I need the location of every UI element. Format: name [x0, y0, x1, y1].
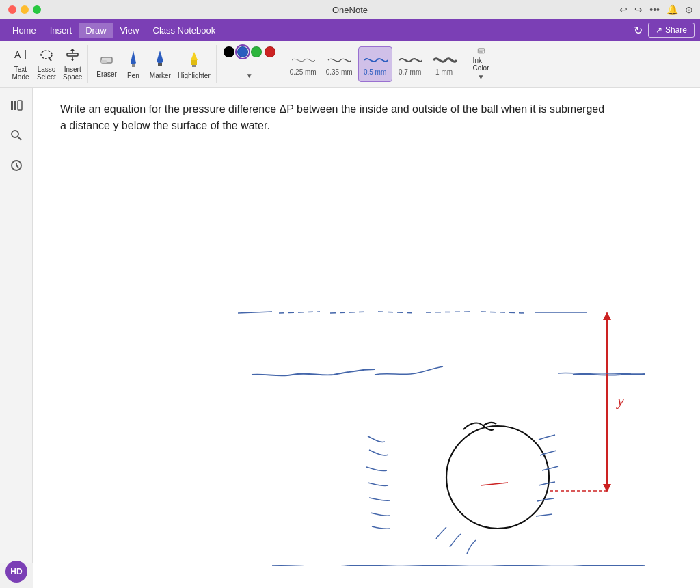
- menu-draw[interactable]: Draw: [79, 23, 113, 38]
- svg-point-34: [446, 426, 549, 529]
- marker-icon: [152, 49, 168, 70]
- svg-marker-15: [191, 52, 198, 60]
- titlebar: OneNote ↩ ↪ ••• 🔔 ⊙: [0, 0, 700, 19]
- svg-line-32: [481, 312, 525, 313]
- svg-text:y: y: [616, 392, 624, 409]
- svg-marker-7: [70, 49, 75, 51]
- menu-home[interactable]: Home: [5, 23, 43, 38]
- lasso-select-label: LassoSelect: [37, 66, 56, 81]
- bell-icon[interactable]: 🔔: [667, 4, 678, 15]
- share-label: Share: [665, 25, 687, 35]
- sidebar: [0, 88, 33, 563]
- share-button[interactable]: ↗ Share: [648, 23, 695, 38]
- colors-dropdown[interactable]: ▼: [246, 60, 253, 82]
- profile-icon[interactable]: ⊙: [685, 4, 693, 15]
- menubar: Home Insert Draw View Class Notebook ↻ ↗…: [0, 19, 700, 41]
- svg-point-24: [12, 131, 18, 137]
- pen-size-05[interactable]: 0.5 mm: [358, 46, 392, 82]
- maximize-button[interactable]: [33, 5, 41, 14]
- pen-size-1[interactable]: 1 mm: [428, 46, 461, 82]
- sync-icon[interactable]: ↻: [634, 24, 643, 37]
- sidebar-library-icon[interactable]: [4, 93, 29, 118]
- note-content: Write an equation for the pressure diffe…: [33, 88, 700, 588]
- color-green[interactable]: [251, 46, 262, 57]
- pen-size-07[interactable]: 0.7 mm: [394, 46, 427, 82]
- ink-color-group: Ink InkColor ▼: [466, 45, 496, 83]
- svg-line-25: [18, 137, 21, 140]
- sidebar-history-icon[interactable]: [4, 153, 29, 178]
- question-text: Write an equation for the pressure diffe…: [60, 101, 607, 134]
- pen-size-025-label: 0.25 mm: [290, 68, 317, 76]
- insert-space-button[interactable]: InsertSpace: [60, 46, 85, 82]
- titlebar-icons: ↩ ↪ ••• 🔔 ⊙: [619, 4, 693, 15]
- pen-size-05-label: 0.5 mm: [364, 68, 386, 76]
- highlighter-icon: [186, 49, 202, 70]
- colors-dropdown-arrow[interactable]: ▼: [246, 72, 253, 79]
- highlighter-button[interactable]: Highlighter: [175, 46, 213, 82]
- redo-icon[interactable]: ↪: [634, 4, 643, 15]
- drawing-area[interactable]: y: [33, 156, 700, 566]
- svg-rect-23: [18, 101, 22, 110]
- lasso-select-button[interactable]: LassoSelect: [34, 46, 59, 82]
- minimize-button[interactable]: [21, 5, 29, 14]
- eraser-button[interactable]: Eraser: [94, 46, 119, 82]
- svg-marker-11: [131, 51, 136, 66]
- color-red[interactable]: [265, 46, 275, 57]
- svg-rect-14: [158, 63, 162, 66]
- undo-icon[interactable]: ↩: [619, 4, 628, 15]
- svg-rect-22: [14, 101, 16, 110]
- menu-right-actions: ↻ ↗ Share: [634, 23, 695, 38]
- pen-size-1-label: 1 mm: [435, 68, 453, 76]
- pen-size-035-wave: [327, 52, 351, 68]
- menu-insert[interactable]: Insert: [43, 23, 79, 38]
- more-icon[interactable]: •••: [649, 4, 660, 15]
- lasso-select-icon: [39, 47, 54, 64]
- drawing-svg: y: [33, 156, 700, 566]
- pen-sizes: 0.25 mm 0.35 mm 0.5 mm 0.7 mm: [283, 45, 463, 83]
- svg-line-30: [378, 312, 416, 313]
- svg-rect-4: [67, 53, 78, 56]
- draw-tools: Eraser Pen Marker Highlighter: [91, 45, 216, 83]
- pen-size-025[interactable]: 0.25 mm: [286, 46, 321, 82]
- eraser-label: Eraser: [96, 70, 116, 78]
- color-black[interactable]: [224, 46, 234, 57]
- toolbar: A TextMode LassoSelect InsertSpace Erase…: [0, 41, 700, 88]
- svg-rect-12: [132, 64, 135, 67]
- pen-size-035-label: 0.35 mm: [326, 68, 353, 76]
- color-blue[interactable]: [237, 46, 248, 57]
- menu-view[interactable]: View: [113, 23, 146, 38]
- ink-color-icon: Ink: [472, 48, 491, 55]
- app-title: OneNote: [332, 5, 368, 15]
- pen-button[interactable]: Pen: [121, 46, 146, 82]
- svg-line-31: [426, 312, 470, 312]
- main-content: Write an equation for the pressure diffe…: [33, 88, 700, 588]
- pen-size-025-wave: [291, 52, 315, 68]
- svg-line-27: [238, 312, 272, 313]
- sidebar-search-icon[interactable]: [4, 123, 29, 148]
- close-button[interactable]: [8, 5, 16, 14]
- text-mode-label: TextMode: [12, 66, 29, 81]
- svg-line-29: [330, 312, 368, 313]
- text-mode-button[interactable]: A TextMode: [8, 46, 33, 82]
- highlighter-label: Highlighter: [178, 72, 211, 79]
- svg-rect-10: [101, 60, 107, 63]
- svg-rect-17: [192, 65, 196, 67]
- color-row-1: [224, 46, 275, 57]
- share-icon: ↗: [656, 25, 662, 35]
- avatar[interactable]: HD: [5, 561, 27, 583]
- pen-label: Pen: [127, 72, 139, 79]
- svg-text:A: A: [14, 49, 21, 60]
- pen-icon: [125, 49, 142, 70]
- ink-color-label: InkColor: [473, 57, 489, 72]
- window-controls: [0, 5, 41, 14]
- ink-color-dropdown[interactable]: ▼: [478, 73, 485, 81]
- marker-button[interactable]: Marker: [147, 46, 174, 82]
- text-mode-icon: A: [13, 47, 28, 64]
- svg-marker-13: [157, 51, 163, 64]
- eraser-icon: [98, 51, 115, 69]
- svg-line-28: [279, 312, 320, 313]
- insert-space-label: InsertSpace: [63, 66, 82, 81]
- insert-space-icon: [65, 47, 80, 64]
- pen-size-035[interactable]: 0.35 mm: [322, 46, 357, 82]
- menu-class-notebook[interactable]: Class Notebook: [146, 23, 223, 38]
